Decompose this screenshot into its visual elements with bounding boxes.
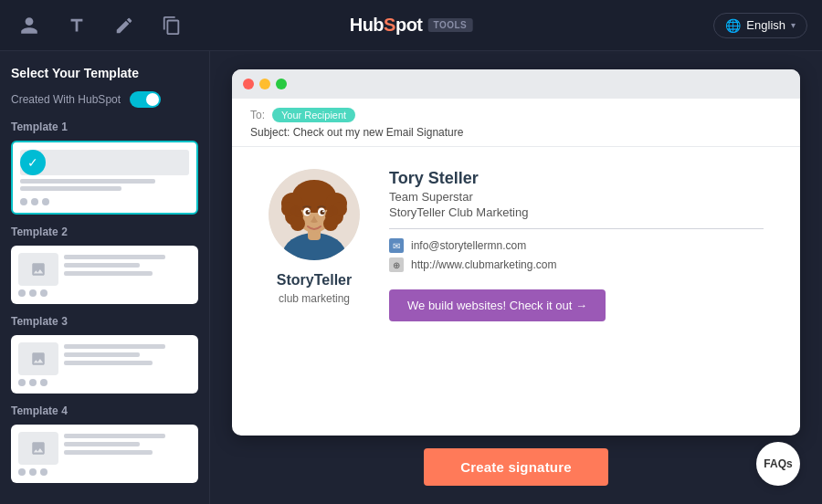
hubspot-toggle-row: Created With HubSpot: [11, 91, 198, 108]
template-card-4[interactable]: [11, 425, 198, 483]
language-selector[interactable]: 🌐 English ▾: [713, 13, 807, 38]
svg-point-9: [290, 216, 305, 231]
svg-point-10: [323, 216, 338, 231]
email-contact-row: ✉ info@storytellermn.com: [389, 238, 764, 253]
copy-icon[interactable]: [157, 11, 186, 40]
template-3-label: Template 3: [11, 315, 198, 328]
template-3-image: [18, 342, 58, 375]
traffic-light-green: [276, 79, 287, 89]
email-body: StoryTeller club marketing Tory Steller …: [232, 147, 800, 343]
window-titlebar: [232, 69, 800, 99]
signature-company: StoryTeller Club Marketing: [389, 205, 764, 219]
svg-point-17: [308, 211, 310, 213]
template-2-lines: [64, 253, 191, 276]
main-content: To: Your Recipient Subject: Check out my…: [210, 51, 822, 504]
top-nav: HubSpot TOOLS 🌐 English ▾: [0, 0, 822, 51]
hubspot-toggle-label: Created With HubSpot: [11, 93, 121, 106]
email-header: To: Your Recipient Subject: Check out my…: [232, 99, 800, 147]
text-icon[interactable]: [62, 11, 91, 40]
company-logo-area: StoryTeller club marketing: [277, 271, 352, 305]
company-logo-line1: StoryTeller: [277, 271, 352, 289]
template-card-3[interactable]: [11, 335, 198, 394]
chevron-down-icon: ▾: [791, 20, 796, 30]
hubspot-logo: HubSpot TOOLS: [350, 15, 473, 36]
website-contact-row: ⊕ http://www.clubmarketing.com: [389, 257, 764, 272]
signature-divider: [389, 228, 764, 229]
email-subject: Subject: Check out my new Email Signatur…: [250, 126, 782, 139]
template-2-dots: [18, 289, 191, 297]
recipient-badge: Your Recipient: [272, 108, 355, 122]
template-3-dots: [18, 379, 191, 386]
avatar: [269, 169, 360, 260]
logo-text: HubSpot: [350, 15, 423, 36]
signature-title: Team Superstar: [389, 190, 764, 204]
globe-icon: 🌐: [725, 18, 741, 33]
traffic-light-yellow: [259, 79, 270, 89]
signature-name: Tory Steller: [389, 169, 764, 188]
main-layout: Select Your Template Created With HubSpo…: [0, 51, 822, 504]
sidebar: Select Your Template Created With HubSpo…: [0, 51, 210, 504]
template-4-dots: [18, 468, 191, 476]
template-3-lines: [64, 342, 191, 365]
pen-icon[interactable]: [110, 11, 139, 40]
to-label: To:: [250, 109, 265, 121]
create-btn-row: Create signature: [232, 436, 800, 486]
svg-point-18: [322, 211, 324, 213]
website-icon: ⊕: [389, 257, 404, 272]
template-1-dots: [20, 198, 189, 205]
selected-checkmark: ✓: [20, 150, 46, 175]
template-2-image: [18, 253, 58, 286]
nav-icon-group: [15, 11, 186, 40]
signature-website: http://www.clubmarketing.com: [411, 258, 556, 271]
hubspot-toggle[interactable]: [130, 91, 161, 108]
svg-point-15: [306, 210, 311, 215]
template-card-1[interactable]: ✓: [11, 141, 198, 215]
create-signature-button[interactable]: Create signature: [424, 448, 608, 486]
template-2-label: Template 2: [11, 226, 198, 238]
template-4-image: [18, 432, 58, 465]
svg-point-19: [290, 205, 301, 216]
email-preview-window: To: Your Recipient Subject: Check out my…: [232, 69, 800, 436]
template-1-lines: [20, 179, 189, 191]
tools-badge: TOOLS: [428, 18, 473, 32]
sidebar-title: Select Your Template: [11, 66, 198, 80]
traffic-light-red: [243, 79, 254, 89]
template-4-label: Template 4: [11, 404, 198, 417]
cta-button[interactable]: We build websites! Check it out →: [389, 289, 606, 321]
faqs-button[interactable]: FAQs: [756, 442, 800, 486]
svg-point-16: [321, 210, 325, 215]
company-logo-line2: club marketing: [279, 292, 350, 305]
signature-info: Tory Steller Team Superstar StoryTeller …: [389, 169, 764, 321]
email-icon: ✉: [389, 238, 404, 253]
template-1-label: Template 1: [11, 121, 198, 133]
signature-email: info@storytellermn.com: [411, 239, 526, 252]
template-card-2[interactable]: [11, 246, 198, 304]
template-4-lines: [64, 432, 191, 455]
svg-point-20: [327, 205, 338, 216]
person-icon[interactable]: [15, 11, 44, 40]
language-label: English: [746, 18, 785, 32]
email-to-row: To: Your Recipient: [250, 108, 782, 122]
